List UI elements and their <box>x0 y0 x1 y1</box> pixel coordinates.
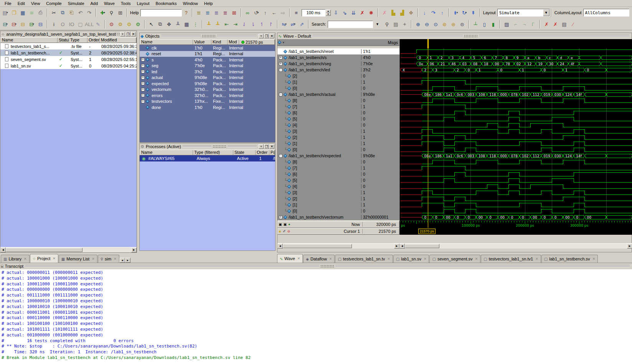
signal-mode-single-icon[interactable]: ┴ <box>472 20 480 28</box>
pattern-fill-icon[interactable]: ▨ <box>503 20 511 28</box>
expand-icon[interactable]: + <box>141 88 145 91</box>
dropdown-arrow-icon[interactable]: ▾ <box>6 23 8 26</box>
wave-signal-row[interactable]: └[3]1 <box>277 128 399 134</box>
tab-library[interactable]: ▥Library✕ <box>1 255 30 263</box>
add-to-list-icon[interactable]: ⊟▾ <box>10 20 18 28</box>
wave-signal-row[interactable]: └[4]0 <box>277 183 399 189</box>
scroll-left-icon[interactable]: ◄ <box>0 247 6 252</box>
find-icon[interactable]: ⚲ <box>107 9 116 17</box>
wave-signal-row[interactable]: └[0]0 <box>277 85 399 91</box>
close-icon[interactable]: ✕ <box>297 257 300 260</box>
signal-mode-full-icon[interactable]: ▮ <box>489 20 497 28</box>
project-file-row[interactable]: lab1_sn.sv✓Syst...008/28/2025 04:25:20 .… <box>0 63 137 69</box>
project-file-row[interactable]: seven_segment.sv✓Syst...108/28/2025 02:5… <box>0 56 137 63</box>
wave-signal-row[interactable]: └[8]0 <box>277 97 399 104</box>
panel-close-button[interactable]: ✕ <box>131 32 136 36</box>
compile-report-icon[interactable]: ≣ <box>204 9 212 17</box>
menu-simulate[interactable]: Simulate <box>65 1 87 6</box>
wave-signal-row[interactable]: +/lab1_sn_testbench/seg7'h0e <box>277 61 399 67</box>
wave-signal-row[interactable]: └[2]0 <box>277 73 399 79</box>
expand-icon[interactable]: + <box>141 70 145 73</box>
wave-signal-row[interactable]: -/lab1_sn_testbench/expected9'h08e <box>277 153 399 159</box>
step-mid-icon[interactable]: ¬ <box>520 20 528 28</box>
panel-undock-button[interactable]: ❐ <box>125 32 130 36</box>
run-length-stepper[interactable]: ▲▼ <box>326 10 331 16</box>
edit-cursor-icon[interactable]: ✐ <box>283 229 286 233</box>
profile-icon[interactable]: ▙ <box>389 9 398 17</box>
wave-cursor-row[interactable]: ◈ ✐ ⊖ Cursor 1 21570 ps <box>277 228 399 235</box>
force-i-icon[interactable]: i <box>50 20 58 28</box>
scroll-left-icon[interactable]: ◄ <box>277 244 283 249</box>
project-hscrollbar[interactable]: ◄ ► <box>0 247 137 252</box>
run-length-input[interactable] <box>302 9 325 16</box>
help-search-input[interactable] <box>140 9 182 16</box>
force-o-icon[interactable]: O <box>59 20 67 28</box>
scroll-right-icon[interactable]: ► <box>131 247 137 252</box>
panel-grip[interactable] <box>202 35 215 37</box>
processes-column-header[interactable]: Name Type (filtered) State Order Par <box>140 150 275 155</box>
close-icon[interactable]: ✕ <box>535 257 538 261</box>
expand-window-icon[interactable]: ⊞ <box>116 9 124 17</box>
menu-help[interactable]: Help <box>201 1 216 6</box>
wave-signal-row[interactable]: └[6]0 <box>277 110 399 116</box>
wave-signal-row[interactable]: └[4]0 <box>277 122 399 128</box>
expand-times-icon[interactable]: ▣ <box>284 222 287 226</box>
insert-cursor-icon[interactable]: ┻ <box>205 20 213 28</box>
objects-row[interactable]: +testvectors13'hx...Fixe...Internal <box>140 99 275 105</box>
wave-signal-row[interactable]: /lab1_sn_testbench/reset1'h1 <box>277 48 399 54</box>
reload-wave-icon[interactable]: ↷ <box>429 9 437 17</box>
undo-icon[interactable]: ↶ <box>76 9 84 17</box>
panel-undock-button[interactable]: ❐ <box>264 34 269 38</box>
simulate-start-icon[interactable]: ≣ <box>221 9 229 17</box>
move-down-icon[interactable]: ↓ <box>421 9 429 17</box>
wave-signal-row[interactable]: └[1]1 <box>277 79 399 85</box>
zoom-others-icon[interactable]: ⊜ <box>458 20 466 28</box>
menu-wave[interactable]: Wave <box>101 1 118 6</box>
help-icon[interactable]: ? <box>182 9 190 17</box>
menu-edit[interactable]: Edit <box>15 1 28 6</box>
scroll-right-icon[interactable]: ► <box>394 244 399 249</box>
cut-icon[interactable]: ✂ <box>50 9 58 17</box>
compile-icon[interactable]: ≣ <box>195 9 203 17</box>
objects-row[interactable]: done1'h0Regi...Internal <box>140 104 275 110</box>
menu-window[interactable]: Window <box>180 1 201 6</box>
sim-gear-gold-icon[interactable]: ⚙ <box>116 20 124 28</box>
objects-row[interactable]: +errors32'h0...Pack...Internal <box>140 92 275 99</box>
collapse-time-icon[interactable]: ⇌▾ <box>289 20 297 28</box>
next-rising-icon[interactable]: ↾ <box>267 20 275 28</box>
close-icon[interactable]: ✕ <box>114 257 117 261</box>
wave-signal-row[interactable]: └[5]0 <box>277 177 399 183</box>
tab-lab1-sn-sv[interactable]: ▢lab1_sn.sv✕ <box>393 255 429 263</box>
expand-icon[interactable]: - <box>279 93 282 96</box>
layout-select[interactable]: Simulate ▼ <box>497 9 550 16</box>
objects-row[interactable]: +led3'h2Pack...Internal <box>140 69 275 75</box>
hand-pause-icon[interactable]: ✥ <box>407 9 415 17</box>
panel-add-button[interactable]: + <box>259 34 264 38</box>
zoom-range-icon[interactable]: ⊛ <box>449 20 457 28</box>
tab-scroll-left-icon[interactable]: ◂ <box>120 258 125 263</box>
tab-scroll-buttons[interactable]: ◂ ▸ <box>120 257 131 263</box>
objects-title-bar[interactable]: ◆ Objects + ❐ ✕ <box>140 33 275 39</box>
wave-canvas-hscrollbar[interactable]: ◄ ► <box>399 243 632 249</box>
tab-project[interactable]: ⁘Project✕ <box>30 254 58 263</box>
panel-add-button[interactable]: + <box>259 144 264 149</box>
wave-signal-row[interactable]: └[0]0 <box>277 147 399 153</box>
panel-undock-button[interactable]: ❐ <box>264 144 269 149</box>
chevron-down-icon[interactable]: ▼ <box>543 9 549 16</box>
tab-scroll-right-icon[interactable]: ▸ <box>125 258 130 263</box>
move-up-icon[interactable]: ↑ <box>438 9 446 17</box>
expand-icon[interactable]: + <box>141 76 145 79</box>
project-column-header[interactable]: Name Status Type Order Modified <box>0 37 137 43</box>
simulate-end-icon[interactable]: ⊠ <box>230 9 238 17</box>
zoom-mode-icon[interactable]: ⧉ <box>156 20 164 28</box>
objects-row[interactable]: +vectornum32'h0...Pack...Internal <box>140 87 275 93</box>
expand-time-icon[interactable]: ⇋▾ <box>280 20 288 28</box>
wave-signal-row[interactable]: -/lab1_sn_testbench/led3'h2 <box>277 67 399 73</box>
close-icon[interactable]: ✕ <box>329 257 332 261</box>
project-file-row[interactable]: testvectors_lab1_s....tv file-08/28/2025… <box>0 43 137 49</box>
wave-signal-row[interactable]: -/lab1_sn_testbench/actual9'h08e <box>277 91 399 97</box>
menu-compile[interactable]: Compile <box>43 1 64 6</box>
menu-file[interactable]: File <box>2 1 15 6</box>
menu-bookmarks[interactable]: Bookmarks <box>153 1 180 6</box>
wave-signal-row[interactable]: └[8]0 <box>277 159 399 165</box>
